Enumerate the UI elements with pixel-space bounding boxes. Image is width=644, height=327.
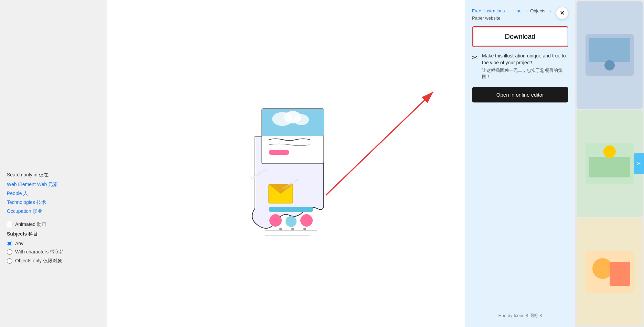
close-icon: ✕ <box>560 9 565 17</box>
svg-point-10 <box>286 216 297 227</box>
download-button-wrapper: Download <box>472 26 568 47</box>
breadcrumb-arrow-2: → <box>524 8 528 13</box>
illustration-image: icons8.com icons8.com <box>221 91 351 236</box>
download-button[interactable]: Download <box>474 28 567 45</box>
animated-label: Animated 动画 <box>15 221 46 228</box>
unique-text-cn: 让这幅插图独一无二，忠实于您项目的氛围！ <box>482 67 568 80</box>
radio-any-label: Any <box>15 241 23 246</box>
svg-rect-32 <box>589 157 630 177</box>
radio-with-characters: With characters 带字符 <box>7 249 100 255</box>
radio-any: Any <box>7 241 100 246</box>
radio-characters-label: With characters 带字符 <box>15 249 64 255</box>
svg-point-14 <box>303 228 306 230</box>
modal-image-area: icons8.com icons8.com <box>107 0 465 327</box>
close-button[interactable]: ✕ <box>556 7 568 19</box>
sidebar: Search only in 仅在 Web Element Web 元素 Peo… <box>0 0 107 327</box>
svg-point-12 <box>279 228 282 230</box>
scissors-icon: ✂ <box>472 53 478 62</box>
sidebar-item-web-element[interactable]: Web Element Web 元素 <box>7 182 100 188</box>
svg-point-4 <box>294 114 309 125</box>
hue-credit-text: Hue by Icons 8 图标 8 <box>498 313 542 318</box>
breadcrumb-free-illustrations[interactable]: Free illustrations <box>472 8 505 13</box>
svg-point-13 <box>291 228 294 230</box>
radio-objects-label: Objects only 仅限对象 <box>15 258 62 264</box>
svg-point-9 <box>269 214 282 227</box>
animated-checkbox[interactable] <box>7 222 12 227</box>
open-editor-button[interactable]: Open in online editor <box>472 87 568 102</box>
breadcrumb-objects: Objects <box>530 8 545 13</box>
sidebar-item-technologies[interactable]: Technologies 技术 <box>7 199 100 206</box>
breadcrumb-arrow-1: → <box>507 8 511 13</box>
sidebar-item-occupation[interactable]: Occupation 职业 <box>7 208 100 215</box>
breadcrumb-arrow-3: → <box>547 8 552 13</box>
sidebar-item-people[interactable]: People 人 <box>7 190 100 197</box>
search-only-label: Search only in 仅在 <box>7 172 100 178</box>
radio-objects-only: Objects only 仅限对象 <box>7 258 100 264</box>
svg-point-11 <box>300 214 313 227</box>
svg-rect-8 <box>269 207 313 212</box>
scissor-tool-icon[interactable]: ✂ <box>634 153 644 174</box>
right-thumb-3[interactable] <box>577 218 643 326</box>
right-thumb-1[interactable] <box>577 1 643 109</box>
breadcrumb-hue[interactable]: Hue <box>513 8 522 13</box>
unique-text-block: Make this illustration unique and true t… <box>482 53 568 80</box>
right-thumb-2[interactable] <box>577 110 643 217</box>
unique-section: ✂ Make this illustration unique and true… <box>472 53 568 80</box>
sub-breadcrumb: Paper website <box>472 15 568 21</box>
modal-overlay: icons8.com icons8.com <box>107 0 575 327</box>
unique-text-main: Make this illustration unique and true t… <box>482 53 568 66</box>
modal: icons8.com icons8.com <box>107 0 575 327</box>
animated-checkbox-row: Animated 动画 <box>7 221 100 228</box>
svg-rect-36 <box>610 262 630 286</box>
svg-rect-29 <box>589 38 630 62</box>
main-content: icons8.com icons8.com <box>107 0 575 327</box>
radio-characters-input[interactable] <box>7 249 12 255</box>
hue-credit: Hue by Icons 8 图标 8 <box>472 313 568 319</box>
radio-any-input[interactable] <box>7 241 12 246</box>
svg-rect-5 <box>269 150 289 155</box>
modal-side-panel: Free illustrations → Hue → Objects → Pap… <box>465 0 575 327</box>
scissor-icon-symbol: ✂ <box>636 160 642 167</box>
svg-point-30 <box>604 60 615 70</box>
right-panel: ✂ <box>575 0 644 327</box>
radio-objects-input[interactable] <box>7 258 12 264</box>
subjects-label: Subjects 科目 <box>7 231 100 237</box>
breadcrumb: Free illustrations → Hue → Objects → <box>472 8 568 13</box>
